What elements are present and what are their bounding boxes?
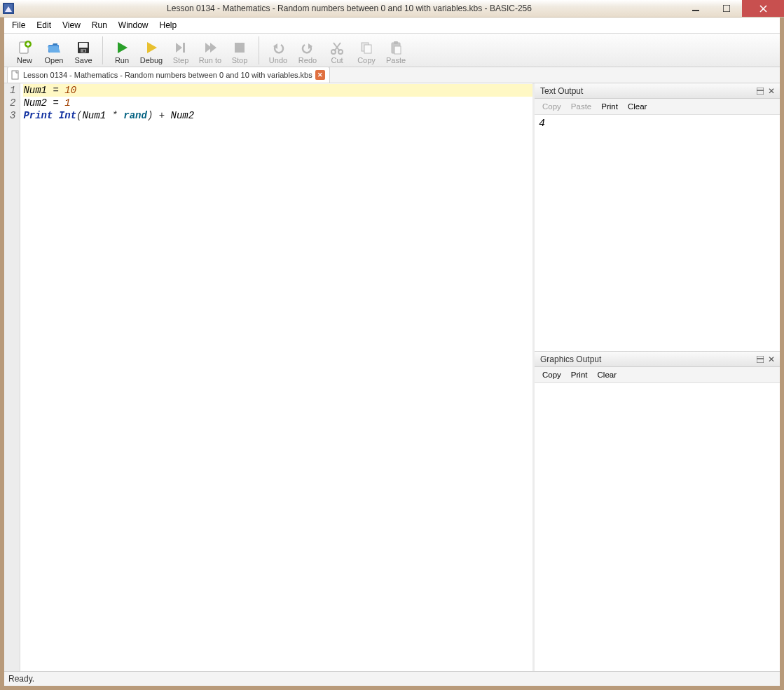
- svg-rect-24: [235, 43, 245, 53]
- svg-marker-13: [48, 46, 60, 53]
- stop-button[interactable]: Stop: [225, 38, 254, 66]
- panel-close-button[interactable]: ✕: [766, 354, 777, 365]
- save-label: Save: [74, 56, 92, 64]
- stop-label: Stop: [232, 56, 248, 64]
- paste-label: Paste: [386, 56, 406, 64]
- paste-button[interactable]: Paste: [381, 38, 411, 66]
- graphics-output-content[interactable]: [535, 383, 780, 671]
- svg-rect-37: [757, 88, 764, 90]
- status-text: Ready.: [8, 674, 34, 684]
- main-content: 123 Num1 = 10Num2 = 1Print Int(Num1 * ra…: [4, 83, 780, 671]
- undo-icon: [270, 40, 286, 55]
- svg-rect-17: [83, 50, 85, 52]
- menu-view[interactable]: View: [57, 19, 85, 32]
- undo-button[interactable]: Undo: [263, 38, 293, 66]
- separator: [259, 36, 259, 64]
- gfx-print-button[interactable]: Print: [568, 369, 591, 380]
- redo-button[interactable]: Redo: [293, 38, 322, 66]
- svg-rect-35: [394, 46, 401, 54]
- menu-file[interactable]: File: [7, 19, 30, 32]
- code-lines[interactable]: Num1 = 10Num2 = 1Print Int(Num1 * rand) …: [20, 83, 532, 671]
- svg-rect-38: [757, 90, 764, 95]
- gfx-copy-button[interactable]: Copy: [539, 369, 565, 380]
- graphics-output-header: Graphics Output ✕: [535, 352, 780, 367]
- client-area: File Edit View Run Window Help New Open …: [0, 18, 784, 690]
- save-button[interactable]: Save: [69, 38, 98, 66]
- paste-icon: [388, 40, 404, 55]
- text-output-toolbar: Copy Paste Print Clear: [535, 99, 780, 115]
- svg-marker-19: [147, 42, 157, 53]
- svg-rect-39: [757, 356, 764, 359]
- run-button[interactable]: Run: [107, 38, 137, 66]
- cut-button[interactable]: Cut: [322, 38, 352, 66]
- graphics-output-title: Graphics Output: [540, 354, 601, 364]
- runto-icon: [202, 40, 218, 55]
- tab-close-button[interactable]: ✕: [315, 70, 325, 80]
- code-editor[interactable]: 123 Num1 = 10Num2 = 1Print Int(Num1 * ra…: [4, 83, 535, 671]
- svg-marker-12: [50, 43, 57, 45]
- menubar: File Edit View Run Window Help: [4, 18, 780, 34]
- menu-edit[interactable]: Edit: [32, 19, 56, 32]
- debug-button[interactable]: Debug: [137, 38, 166, 66]
- svg-point-30: [338, 50, 343, 54]
- separator: [102, 36, 103, 64]
- step-button[interactable]: Step: [166, 38, 195, 66]
- svg-marker-18: [118, 42, 128, 53]
- svg-rect-40: [757, 359, 764, 363]
- open-label: Open: [45, 56, 64, 64]
- text-clear-button[interactable]: Clear: [624, 101, 650, 112]
- debug-label: Debug: [140, 56, 163, 64]
- redo-label: Redo: [298, 56, 317, 64]
- debug-icon: [144, 40, 159, 55]
- text-output-panel: Text Output ✕ Copy Paste Print Clear 4: [535, 83, 780, 351]
- close-button[interactable]: [742, 0, 784, 17]
- copy-button[interactable]: Copy: [352, 38, 381, 66]
- new-file-icon: [17, 40, 32, 55]
- play-icon: [114, 40, 130, 55]
- svg-rect-21: [183, 43, 185, 53]
- file-tab[interactable]: Lesson 0134 - Mathematics - Random numbe…: [7, 67, 330, 83]
- open-button[interactable]: Open: [39, 38, 69, 66]
- text-output-header: Text Output ✕: [535, 83, 780, 99]
- text-copy-button[interactable]: Copy: [539, 101, 565, 112]
- svg-rect-15: [79, 43, 88, 48]
- toolbar: New Open Save Run Debug Step: [4, 34, 780, 67]
- cut-scissors-icon: [329, 40, 345, 55]
- undock-button[interactable]: [755, 354, 766, 365]
- cut-label: Cut: [331, 56, 343, 64]
- app-icon: [3, 3, 14, 14]
- new-button[interactable]: New: [10, 38, 39, 66]
- graphics-output-panel: Graphics Output ✕ Copy Print Clear: [535, 351, 780, 671]
- panel-close-button[interactable]: ✕: [766, 85, 777, 97]
- step-icon: [173, 40, 188, 55]
- gfx-clear-button[interactable]: Clear: [594, 369, 620, 380]
- open-folder-icon: [46, 40, 62, 55]
- svg-rect-32: [364, 45, 371, 53]
- tab-strip: Lesson 0134 - Mathematics - Random numbe…: [4, 67, 780, 83]
- menu-help[interactable]: Help: [155, 19, 182, 32]
- svg-rect-10: [27, 43, 30, 45]
- graphics-output-toolbar: Copy Print Clear: [535, 367, 780, 383]
- status-bar: Ready.: [4, 671, 780, 686]
- undock-button[interactable]: [755, 85, 766, 97]
- file-icon: [11, 70, 20, 80]
- runto-button[interactable]: Run to: [195, 38, 225, 66]
- menu-window[interactable]: Window: [114, 19, 153, 32]
- svg-rect-36: [12, 71, 18, 79]
- runto-label: Run to: [199, 56, 221, 64]
- stop-icon: [232, 40, 247, 55]
- svg-marker-20: [176, 43, 182, 53]
- text-print-button[interactable]: Print: [598, 101, 621, 112]
- minimize-button[interactable]: [680, 0, 711, 17]
- copy-label: Copy: [357, 56, 376, 64]
- file-tab-label: Lesson 0134 - Mathematics - Random numbe…: [23, 71, 312, 79]
- svg-marker-23: [210, 43, 216, 53]
- text-output-content[interactable]: 4: [535, 115, 780, 351]
- new-label: New: [17, 56, 32, 64]
- text-paste-button[interactable]: Paste: [568, 101, 595, 112]
- maximize-button[interactable]: [711, 0, 742, 17]
- line-gutter: 123: [4, 83, 20, 671]
- copy-icon: [359, 40, 374, 55]
- window-title: Lesson 0134 - Mathematics - Random numbe…: [18, 4, 680, 13]
- menu-run[interactable]: Run: [87, 19, 112, 32]
